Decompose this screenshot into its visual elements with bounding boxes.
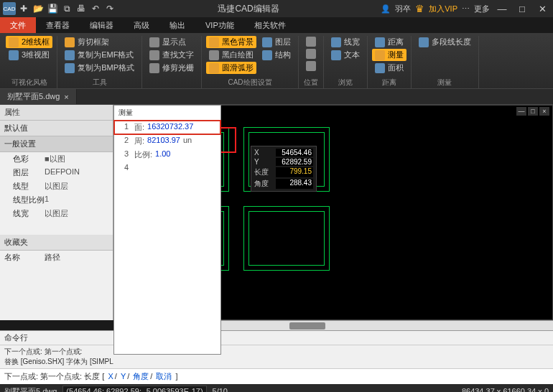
title-bar: CAD ✚ 📂 💾 ⧉ 🖶 ↶ ↷ 迅捷CAD编辑器 👤 羽卒 ♛ 加入VIP … xyxy=(0,0,553,17)
group-measure: 测量 xyxy=(416,77,474,88)
smooth-arc-button[interactable]: 圆滑弧形 xyxy=(206,62,256,74)
find-text-button[interactable]: 查找文字 xyxy=(147,49,197,61)
prop-row[interactable]: 线型比例1 xyxy=(0,193,113,207)
layer-button[interactable]: 图层 xyxy=(259,36,294,48)
black-bg-button[interactable]: 黑色背景 xyxy=(206,36,256,48)
new-icon[interactable]: ✚ xyxy=(17,2,30,15)
canvas-max-icon[interactable]: □ xyxy=(528,107,538,116)
menu-file[interactable]: 文件 xyxy=(0,17,36,33)
group-cad-settings: CAD绘图设置 xyxy=(206,77,294,88)
measure-header: 测量 xyxy=(114,106,220,121)
menu-related[interactable]: 相关软件 xyxy=(244,17,296,33)
ribbon: 2维线框 3维视图 可视化风格 剪切框架 复制为EMF格式 复制为BMP格式 工… xyxy=(0,33,553,89)
document-tabs: 别墅平面5.dwg× xyxy=(0,89,553,105)
canvas-min-icon[interactable]: — xyxy=(516,107,526,116)
text-button[interactable]: 文本 xyxy=(328,49,363,61)
app-title: 迅捷CAD编辑器 xyxy=(118,3,379,15)
props-general[interactable]: 一般设置 xyxy=(0,136,113,152)
area-button[interactable]: 面积 xyxy=(372,62,406,74)
measure-row[interactable]: 2周:82103.97un xyxy=(114,134,220,148)
menu-bar: 文件 查看器 编辑器 高级 输出 VIP功能 相关软件 xyxy=(0,17,553,33)
col-path: 路径 xyxy=(45,252,60,263)
struct-button[interactable]: 结构 xyxy=(259,49,294,61)
coord-tooltip: X54654.46Y62892.59长度799.15角度288.43 xyxy=(251,146,317,192)
tooltip-row: 长度799.15 xyxy=(253,167,315,178)
more-label[interactable]: 更多 xyxy=(474,4,490,14)
more-icon[interactable]: ⋯ xyxy=(462,4,470,14)
open-icon[interactable]: 📂 xyxy=(32,2,45,15)
copy-emf-button[interactable]: 复制为EMF格式 xyxy=(62,49,137,61)
saveall-icon[interactable]: ⧉ xyxy=(60,2,73,15)
close-tab-icon[interactable]: × xyxy=(64,93,68,101)
command-history: 下一个点或: 第一个点或: 替换 [Geniso.SHX] 字体为 [SIMPL xyxy=(0,345,553,368)
cmd-opt-x[interactable]: X xyxy=(108,372,113,381)
cmd-opt-angle[interactable]: 角度 xyxy=(133,372,149,381)
distance-button[interactable]: 距离 xyxy=(372,36,406,48)
lineweight-button[interactable]: 线宽 xyxy=(328,36,363,48)
command-panel: 命令行 下一个点或: 第一个点或: 替换 [Geniso.SHX] 字体为 [S… xyxy=(0,330,553,384)
status-snap: 5/10 xyxy=(213,387,228,392)
nav-up[interactable] xyxy=(303,36,319,47)
group-visual: 可视化风格 xyxy=(6,77,52,88)
trim-raster-button[interactable]: 修剪光栅 xyxy=(147,62,197,74)
properties-panel: 属性 默认值 一般设置 色彩■以图图层DEFPOIN线型以图层线型比例1线宽以图… xyxy=(0,105,113,320)
measure-panel[interactable]: 测量 1面:16320732.372周:82103.97un3比例:1.004 xyxy=(113,105,221,355)
save-icon[interactable]: 💾 xyxy=(46,2,59,15)
nav-dn[interactable] xyxy=(303,60,319,72)
props-default: 默认值 xyxy=(0,121,113,136)
view-3d-button[interactable]: 3维视图 xyxy=(6,49,52,61)
minimize-button[interactable]: — xyxy=(494,1,510,17)
bw-draw-button[interactable]: 黑白绘图 xyxy=(206,49,256,61)
group-browse: 浏览 xyxy=(328,77,363,88)
tooltip-row: Y62892.59 xyxy=(253,157,315,167)
nav-mid[interactable] xyxy=(303,48,319,60)
command-header: 命令行 xyxy=(0,331,553,345)
vip-link[interactable]: 加入VIP xyxy=(429,4,457,14)
group-position: 位置 xyxy=(303,77,319,88)
prop-row[interactable]: 线宽以图层 xyxy=(0,207,113,220)
status-right: 86434.37 x 61660.34 x 0 xyxy=(462,387,549,392)
undo-icon[interactable]: ↶ xyxy=(89,2,102,15)
tooltip-row: 角度288.43 xyxy=(253,178,315,190)
maximize-button[interactable]: □ xyxy=(514,1,530,17)
canvas-window-controls: — □ × xyxy=(516,107,549,116)
wireframe-2d-button[interactable]: 2维线框 xyxy=(6,36,52,48)
document-tab[interactable]: 别墅平面5.dwg× xyxy=(0,89,77,104)
copy-bmp-button[interactable]: 复制为BMP格式 xyxy=(62,62,137,74)
group-distance: 距离 xyxy=(372,77,406,88)
prop-row[interactable]: 图层DEFPOIN xyxy=(0,166,113,179)
measure-row[interactable]: 1面:16320732.37 xyxy=(114,121,220,134)
tooltip-row: X54654.46 xyxy=(253,148,315,157)
prop-row[interactable]: 色彩■以图 xyxy=(0,152,113,166)
redo-icon[interactable]: ↷ xyxy=(103,2,116,15)
polyline-len-button[interactable]: 多段线长度 xyxy=(416,36,474,48)
measure-row[interactable]: 3比例:1.00 xyxy=(114,148,220,162)
print-icon[interactable]: 🖶 xyxy=(75,2,88,15)
show-point-button[interactable]: 显示点 xyxy=(147,36,197,48)
user-icon[interactable]: 👤 xyxy=(381,4,391,14)
menu-vip[interactable]: VIP功能 xyxy=(195,17,244,33)
close-button[interactable]: ✕ xyxy=(534,1,550,17)
measure-button[interactable]: 测量 xyxy=(372,49,406,61)
col-name: 名称 xyxy=(4,252,45,263)
menu-viewer[interactable]: 查看器 xyxy=(36,17,80,33)
status-doc: 别墅平面5.dwg xyxy=(4,386,57,393)
menu-output[interactable]: 输出 xyxy=(159,17,195,33)
favorites-header[interactable]: 收藏夹 xyxy=(0,235,113,251)
menu-editor[interactable]: 编辑器 xyxy=(80,17,124,33)
crown-icon: ♛ xyxy=(415,3,424,14)
cmd-opt-y[interactable]: Y xyxy=(121,372,126,381)
prop-row[interactable]: 线型以图层 xyxy=(0,179,113,193)
app-icon: CAD xyxy=(3,2,16,15)
status-coords: (54654.46; 62892.59; -5.0063593E-17) xyxy=(62,386,206,392)
menu-advanced[interactable]: 高级 xyxy=(124,17,159,33)
floorplan-4[interactable] xyxy=(243,206,330,271)
command-input[interactable]: 下一点或: 第一个点或: 长度 [ X/ Y/ 角度/ 取消 ] xyxy=(0,368,553,384)
measure-row[interactable]: 4 xyxy=(114,162,220,173)
cmd-opt-cancel[interactable]: 取消 xyxy=(156,372,172,381)
group-tools: 工具 xyxy=(62,77,137,88)
user-name[interactable]: 羽卒 xyxy=(395,4,411,14)
canvas-close-icon[interactable]: × xyxy=(539,107,549,116)
status-bar: 别墅平面5.dwg (54654.46; 62892.59; -5.006359… xyxy=(0,384,553,392)
cut-frame-button[interactable]: 剪切框架 xyxy=(62,36,137,48)
